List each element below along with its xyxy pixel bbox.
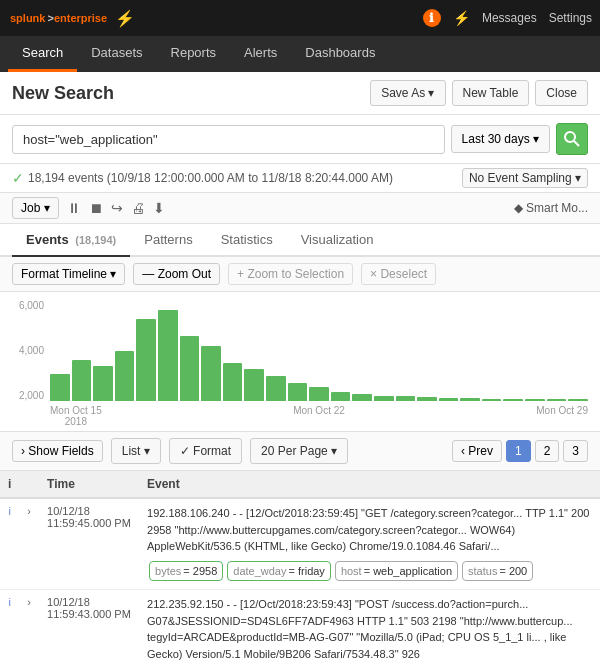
- row-event: 212.235.92.150 - - [12/Oct/2018:23:59:43…: [139, 590, 600, 664]
- chart-bar[interactable]: [331, 392, 351, 401]
- chart-bar[interactable]: [417, 397, 437, 401]
- pagination: ‹ Prev 1 2 3: [452, 440, 588, 462]
- chart-bar[interactable]: [568, 399, 588, 401]
- format-button[interactable]: ✓ Format: [169, 438, 242, 464]
- row-expand[interactable]: ›: [19, 498, 39, 590]
- col-expand-header: [19, 471, 39, 498]
- status-left: ✓ 18,194 events (10/9/18 12:00:00.000 AM…: [12, 170, 393, 186]
- search-button[interactable]: [556, 123, 588, 155]
- chart-bar[interactable]: [266, 376, 286, 401]
- chart-bar[interactable]: [352, 394, 372, 401]
- pause-icon[interactable]: ⏸: [67, 200, 81, 216]
- svg-point-0: [565, 132, 575, 142]
- nav-tab-reports[interactable]: Reports: [157, 36, 231, 72]
- chart-bar[interactable]: [288, 383, 308, 401]
- field-pill[interactable]: status = 200: [462, 561, 533, 582]
- field-name: bytes: [155, 563, 181, 580]
- per-page-dropdown[interactable]: 20 Per Page ▾: [250, 438, 348, 464]
- svg-line-1: [574, 141, 579, 146]
- search-input[interactable]: [12, 125, 445, 154]
- chart-bar[interactable]: [201, 346, 221, 401]
- chart-bar[interactable]: [180, 336, 200, 401]
- smart-mode-label[interactable]: ◆ Smart Mo...: [514, 201, 588, 215]
- save-as-button[interactable]: Save As ▾: [370, 80, 445, 106]
- row-info[interactable]: i: [0, 498, 19, 590]
- chart-bar[interactable]: [136, 319, 156, 401]
- chart-bar[interactable]: [547, 399, 567, 401]
- nav-tab-datasets[interactable]: Datasets: [77, 36, 156, 72]
- deselect-button[interactable]: × Deselect: [361, 263, 436, 285]
- messages-link[interactable]: Messages: [482, 11, 537, 25]
- field-pill[interactable]: bytes = 2958: [149, 561, 223, 582]
- event-fields: bytes = 2958date_wday = fridayhost = web…: [147, 559, 592, 584]
- row-event: 192.188.106.240 - - [12/Oct/2018:23:59:4…: [139, 498, 600, 590]
- row-info[interactable]: i: [0, 590, 19, 664]
- chart-bar[interactable]: [525, 399, 545, 401]
- tab-events-label: Events: [26, 232, 69, 247]
- search-icon: [564, 131, 580, 147]
- row-expand[interactable]: ›: [19, 590, 39, 664]
- format-timeline-button[interactable]: Format Timeline ▾: [12, 263, 125, 285]
- chart-bar[interactable]: [93, 366, 113, 401]
- chart-bar[interactable]: [223, 363, 243, 401]
- sampling-dropdown[interactable]: No Event Sampling ▾: [462, 168, 588, 188]
- x-axis: Mon Oct 15 2018 Mon Oct 22 Mon Oct 29: [50, 403, 588, 429]
- time-range-select[interactable]: Last 30 days ▾: [451, 125, 550, 153]
- chart-bar[interactable]: [503, 399, 523, 401]
- tab-events[interactable]: Events (18,194): [12, 224, 130, 257]
- chart-bar[interactable]: [439, 398, 459, 401]
- share-icon[interactable]: ↪: [111, 200, 123, 216]
- field-name: host: [341, 563, 362, 580]
- tab-visualization[interactable]: Visualization: [287, 224, 388, 257]
- list-dropdown[interactable]: List ▾: [111, 438, 161, 464]
- chart-area: 6,000 4,000 2,000 Mon Oct 15 2018 Mon Oc…: [0, 292, 600, 432]
- nav-icon-1: ⚡: [115, 9, 135, 28]
- main-content: New Search Save As ▾ New Table Close Las…: [0, 72, 600, 663]
- zoom-selection-button[interactable]: + Zoom to Selection: [228, 263, 353, 285]
- page-2[interactable]: 2: [535, 440, 560, 462]
- chart-bar[interactable]: [482, 399, 502, 401]
- close-button[interactable]: Close: [535, 80, 588, 106]
- settings-link[interactable]: Settings: [549, 11, 592, 25]
- results-toolbar: › Show Fields List ▾ ✓ Format 20 Per Pag…: [0, 432, 600, 471]
- zoom-out-button[interactable]: — Zoom Out: [133, 263, 220, 285]
- chart-bar[interactable]: [396, 396, 416, 401]
- y-label-2: 4,000: [19, 345, 48, 356]
- field-name: date_wday: [233, 563, 286, 580]
- chart-bar[interactable]: [460, 398, 480, 401]
- field-pill[interactable]: host = web_application: [335, 561, 458, 582]
- new-table-button[interactable]: New Table: [452, 80, 530, 106]
- chart-bar[interactable]: [50, 374, 70, 401]
- chart-bar[interactable]: [115, 351, 135, 401]
- chart-bar[interactable]: [72, 360, 92, 401]
- secondary-navbar: Search Datasets Reports Alerts Dashboard…: [0, 36, 600, 72]
- chart-bar[interactable]: [309, 387, 329, 401]
- print-icon[interactable]: 🖨: [131, 200, 145, 216]
- nav-tab-alerts[interactable]: Alerts: [230, 36, 291, 72]
- page-1[interactable]: 1: [506, 440, 531, 462]
- page-3[interactable]: 3: [563, 440, 588, 462]
- tab-statistics[interactable]: Statistics: [207, 224, 287, 257]
- y-label-1: 6,000: [19, 300, 48, 311]
- job-button[interactable]: Job ▾: [12, 197, 59, 219]
- y-label-3: 2,000: [19, 390, 48, 401]
- field-name: status: [468, 563, 497, 580]
- notification-icon: ℹ: [429, 11, 434, 25]
- nav-tab-dashboards[interactable]: Dashboards: [291, 36, 389, 72]
- notification-dot[interactable]: ℹ: [423, 9, 441, 27]
- bars-container: [50, 300, 588, 403]
- chart-bar[interactable]: [374, 396, 394, 401]
- chart-bar[interactable]: [158, 310, 178, 401]
- header-buttons: Save As ▾ New Table Close: [370, 80, 588, 106]
- field-pill[interactable]: date_wday = friday: [227, 561, 331, 582]
- show-fields-button[interactable]: › Show Fields: [12, 440, 103, 462]
- download-icon[interactable]: ⬇: [153, 200, 165, 216]
- page-title: New Search: [12, 83, 114, 104]
- nav-tab-search[interactable]: Search: [8, 36, 77, 72]
- stop-icon[interactable]: ⏹: [89, 200, 103, 216]
- row-time: 10/12/1811:59:45.000 PM: [39, 498, 139, 590]
- tab-patterns[interactable]: Patterns: [130, 224, 206, 257]
- field-value: = friday: [288, 563, 324, 580]
- prev-button[interactable]: ‹ Prev: [452, 440, 502, 462]
- chart-bar[interactable]: [244, 369, 264, 401]
